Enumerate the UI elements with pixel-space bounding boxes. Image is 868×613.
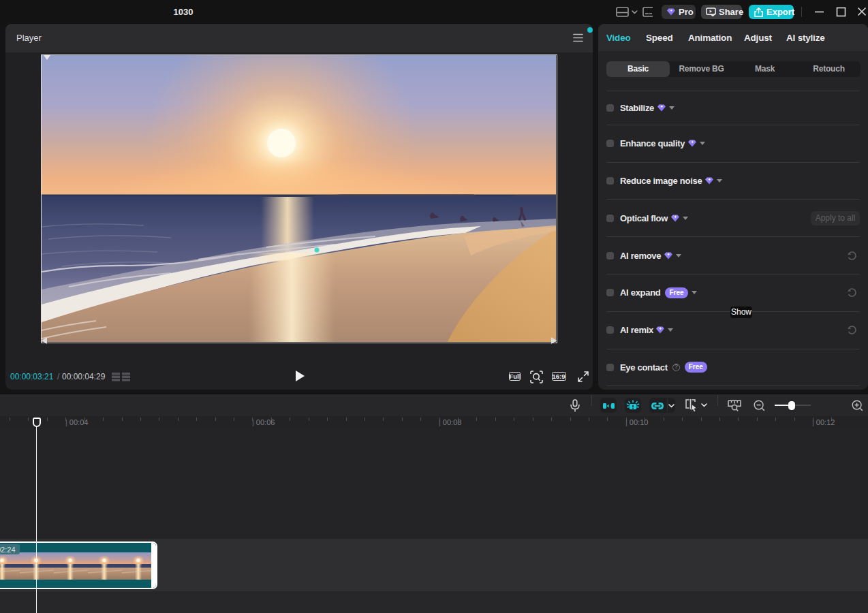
svg-text:02:24: 02:24 (0, 546, 16, 554)
